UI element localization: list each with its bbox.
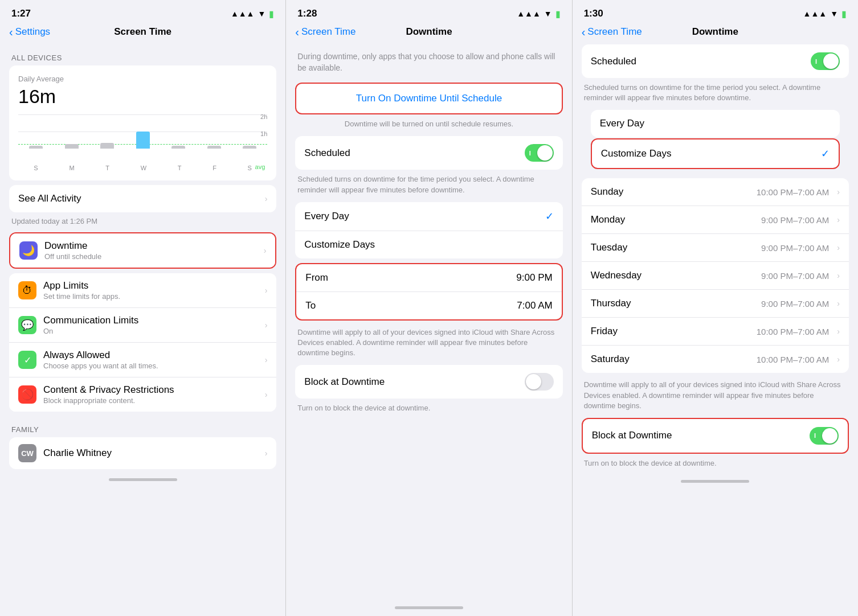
battery-icon-2: ▮ xyxy=(555,9,561,19)
friday-time: 10:00 PM–7:00 AM xyxy=(757,327,830,336)
day-selection-group: Every Day ✓ Customize Days xyxy=(295,202,562,258)
back-label-2[interactable]: Screen Time xyxy=(301,26,356,38)
tuesday-time: 9:00 PM–7:00 AM xyxy=(761,243,829,253)
always-allowed-title: Always Allowed xyxy=(43,350,260,361)
customize-days-check: ✓ xyxy=(821,147,830,160)
block-toggle-p3[interactable]: I xyxy=(810,427,839,445)
from-label: From xyxy=(305,272,328,284)
downtime-text: Downtime Off until schedule xyxy=(44,240,259,261)
icloud-text-p2: Downtime will apply to all of your devic… xyxy=(286,325,571,366)
friday-chevron: › xyxy=(837,327,840,336)
menu-group: ⏱ App Limits Set time limits for apps. ›… xyxy=(9,273,276,412)
customize-days-label: Customize Days xyxy=(304,239,375,250)
tuesday-name: Tuesday xyxy=(591,242,628,253)
status-bar-3: 1:30 ▲▲▲ ▼ ▮ xyxy=(573,0,858,24)
sunday-name: Sunday xyxy=(591,186,624,198)
sunday-chevron: › xyxy=(837,187,840,196)
day-m: M xyxy=(69,165,74,171)
family-avatar: CW xyxy=(18,444,36,462)
from-row[interactable]: From 9:00 PM xyxy=(296,264,561,292)
scheduled-toggle[interactable]: I xyxy=(525,144,554,162)
scheduled-toggle-p3[interactable]: I xyxy=(811,52,840,70)
downtime-row-highlighted[interactable]: 🌙 Downtime Off until schedule › xyxy=(9,232,276,269)
wifi-icon: ▼ xyxy=(258,9,265,18)
sunday-time-container: 10:00 PM–7:00 AM › xyxy=(757,187,840,197)
sunday-row[interactable]: Sunday 10:00 PM–7:00 AM › xyxy=(582,178,849,206)
family-member-row[interactable]: CW Charlie Whitney › xyxy=(9,437,276,469)
day-s2: S xyxy=(248,165,252,171)
block-label-p2: Block at Downtime xyxy=(304,376,385,388)
comm-limits-subtitle: On xyxy=(43,327,260,335)
toggle-i-p3: I xyxy=(815,58,817,65)
monday-row[interactable]: Monday 9:00 PM–7:00 AM › xyxy=(582,206,849,234)
to-row[interactable]: To 7:00 AM xyxy=(296,292,561,319)
from-to-group: From 9:00 PM To 7:00 AM xyxy=(295,263,562,321)
day-t2: T xyxy=(178,165,182,171)
day-selection-p3: Every Day Customize Days ✓ xyxy=(582,110,849,174)
back-button-3[interactable]: ‹ Screen Time xyxy=(582,26,642,39)
see-all-activity-row[interactable]: See All Activity › xyxy=(9,185,276,212)
bar-s1 xyxy=(29,146,43,149)
friday-row[interactable]: Friday 10:00 PM–7:00 AM › xyxy=(582,318,849,346)
scheduled-label: Scheduled xyxy=(304,147,350,159)
nav-title-3: Downtime xyxy=(692,26,738,38)
always-allowed-text: Always Allowed Choose apps you want at a… xyxy=(43,350,260,370)
to-value: 7:00 AM xyxy=(517,300,552,311)
status-time-3: 1:30 xyxy=(584,8,603,19)
see-all-chevron: › xyxy=(265,194,268,203)
nav-bar-2: ‹ Screen Time Downtime xyxy=(286,24,571,44)
thursday-row[interactable]: Thursday 9:00 PM–7:00 AM › xyxy=(582,290,849,318)
every-day-check: ✓ xyxy=(545,210,554,223)
thursday-time-container: 9:00 PM–7:00 AM › xyxy=(761,299,840,309)
app-limits-text: App Limits Set time limits for apps. xyxy=(43,280,260,301)
always-allowed-row[interactable]: ✓ Always Allowed Choose apps you want at… xyxy=(9,343,276,377)
block-desc-p2: Turn on to block the device at downtime. xyxy=(286,401,571,420)
signal-icon-2: ▲▲▲ xyxy=(517,9,541,18)
wednesday-time-container: 9:00 PM–7:00 AM › xyxy=(761,271,840,281)
block-toggle-p2[interactable] xyxy=(525,373,554,391)
always-allowed-glyph: ✓ xyxy=(24,355,31,366)
back-label-1[interactable]: Settings xyxy=(15,26,50,38)
every-day-row-p3[interactable]: Every Day xyxy=(591,110,840,137)
nav-bar-1: ‹ Settings Screen Time xyxy=(0,24,285,44)
sunday-time: 10:00 PM–7:00 AM xyxy=(757,187,830,197)
comm-limits-row[interactable]: 💬 Communication Limits On › xyxy=(9,308,276,343)
saturday-row[interactable]: Saturday 10:00 PM–7:00 AM › xyxy=(582,346,849,373)
monday-chevron: › xyxy=(837,215,840,224)
block-downtime-row-p3: Block at Downtime I xyxy=(582,418,849,454)
wednesday-row[interactable]: Wednesday 9:00 PM–7:00 AM › xyxy=(582,262,849,290)
turn-on-downtime-button[interactable]: Turn On Downtime Until Schedule xyxy=(295,83,562,114)
app-limits-row[interactable]: ⏱ App Limits Set time limits for apps. › xyxy=(9,273,276,308)
downtime-title: Downtime xyxy=(44,240,259,252)
back-button-2[interactable]: ‹ Screen Time xyxy=(295,26,356,39)
always-allowed-chevron: › xyxy=(265,355,268,364)
back-label-3[interactable]: Screen Time xyxy=(587,26,642,38)
daily-value: 16m xyxy=(18,85,267,108)
nav-title-1: Screen Time xyxy=(114,26,171,38)
customize-days-row-p3[interactable]: Customize Days ✓ xyxy=(592,139,839,168)
content-privacy-row[interactable]: 🚫 Content & Privacy Restrictions Block i… xyxy=(9,377,276,412)
all-devices-label: ALL DEVICES xyxy=(0,44,285,65)
tuesday-row[interactable]: Tuesday 9:00 PM–7:00 AM › xyxy=(582,234,849,262)
avg-label: avg xyxy=(255,163,265,170)
family-member-text: Charlie Whitney xyxy=(43,447,260,459)
saturday-time: 10:00 PM–7:00 AM xyxy=(757,355,830,364)
bar-s2 xyxy=(243,146,256,149)
block-desc-p3: Turn on to block the device at downtime. xyxy=(573,456,858,475)
usage-chart: 2h 1h xyxy=(18,114,267,160)
customize-days-row[interactable]: Customize Days xyxy=(295,231,562,258)
content-privacy-chevron: › xyxy=(265,390,268,399)
bar-f xyxy=(207,146,221,149)
status-icons-1: ▲▲▲ ▼ ▮ xyxy=(231,9,274,19)
every-day-row[interactable]: Every Day ✓ xyxy=(295,202,562,231)
back-button-1[interactable]: ‹ Settings xyxy=(9,26,50,39)
downtime-chevron: › xyxy=(264,246,267,255)
app-limits-title: App Limits xyxy=(43,280,260,291)
day-f: F xyxy=(213,165,216,171)
thursday-chevron: › xyxy=(837,299,840,308)
bar-w xyxy=(136,132,150,149)
downtime-card-row[interactable]: 🌙 Downtime Off until schedule › xyxy=(10,233,275,268)
block-toggle-knob-p3 xyxy=(822,428,837,443)
family-label: FAMILY xyxy=(0,416,285,437)
toggle-knob xyxy=(537,145,553,161)
